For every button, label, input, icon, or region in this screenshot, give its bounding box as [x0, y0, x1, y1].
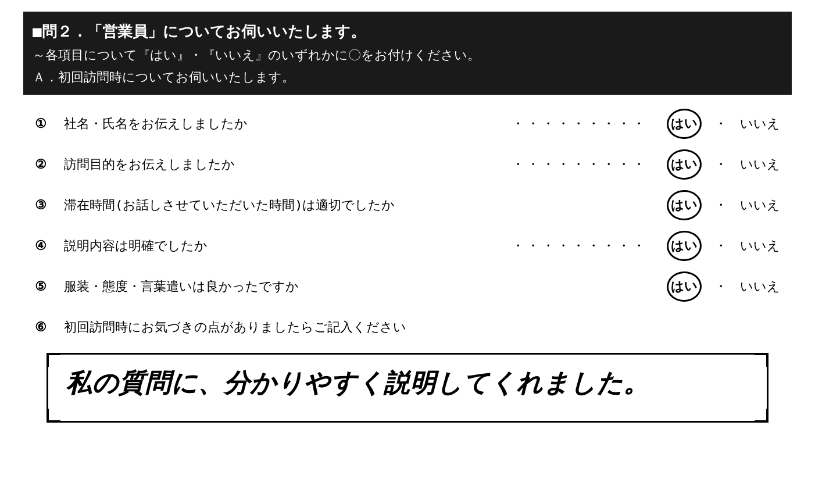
q6-number: ⑥ — [35, 320, 64, 334]
q1-hai-circle: はい — [666, 108, 703, 140]
q2-answer: はい ・ いいえ — [652, 149, 780, 180]
q5-answer: はい ・ いいえ — [652, 271, 780, 302]
q3-number: ③ — [35, 198, 64, 212]
freetext-content: 私の質問に、分かりやすく説明してくれました。 — [66, 366, 749, 401]
q1-number: ① — [35, 116, 64, 131]
page: ■問２．「営業員」についてお伺いいたします。 ～各項目について『はい』・『いいえ… — [0, 0, 815, 504]
q4-text: 説明内容は明確でしたか — [64, 237, 507, 255]
question-row-2: ② 訪問目的をお伝えしましたか ・・・・・・・・・ はい ・ いいえ — [35, 149, 780, 180]
q2-dots: ・・・・・・・・・ — [512, 156, 648, 173]
q4-iie: いいえ — [740, 237, 780, 255]
q1-bullet: ・ — [714, 115, 727, 133]
q4-hai-circle: はい — [666, 230, 703, 262]
q4-dots: ・・・・・・・・・ — [512, 237, 648, 255]
header-section: Ａ．初回訪問時についてお伺いいたします。 — [33, 66, 782, 88]
q4-answer: はい ・ いいえ — [652, 231, 780, 261]
q2-iie: いいえ — [740, 156, 780, 173]
q4-number: ④ — [35, 238, 64, 253]
q3-iie: いいえ — [740, 196, 780, 214]
q1-text: 社名・氏名をお伝えしましたか — [64, 115, 507, 133]
q3-text: 滞在時間(お話しさせていただいた時間)は適切でしたか — [64, 196, 652, 214]
header-block: ■問２．「営業員」についてお伺いいたします。 ～各項目について『はい』・『いいえ… — [23, 12, 792, 95]
q5-hai-circle: はい — [666, 270, 703, 302]
corner-tl — [47, 353, 60, 367]
q1-answer: はい ・ いいえ — [652, 109, 780, 139]
corner-tr — [755, 353, 768, 367]
q5-iie: いいえ — [740, 278, 780, 295]
q5-bullet: ・ — [714, 278, 727, 295]
freetext-box: 私の質問に、分かりやすく説明してくれました。 — [47, 353, 768, 423]
header-subtitle: ～各項目について『はい』・『いいえ』のいずれかに〇をお付けください。 — [33, 44, 782, 66]
q5-number: ⑤ — [35, 279, 64, 294]
q3-hai-circle: はい — [666, 189, 703, 221]
q1-dots: ・・・・・・・・・ — [512, 115, 648, 133]
q3-bullet: ・ — [714, 196, 727, 214]
question-row-1: ① 社名・氏名をお伝えしましたか ・・・・・・・・・ はい ・ いいえ — [35, 109, 780, 139]
header-title: ■問２．「営業員」についてお伺いいたします。 — [33, 19, 782, 44]
q2-number: ② — [35, 157, 64, 171]
question-row-5: ⑤ 服装・態度・言葉遣いは良かったですか はい ・ いいえ — [35, 271, 780, 302]
corner-bl — [47, 409, 60, 423]
question-row-3: ③ 滞在時間(お話しさせていただいた時間)は適切でしたか はい ・ いいえ — [35, 190, 780, 220]
q6-text: 初回訪問時にお気づきの点がありましたらご記入ください — [64, 319, 780, 336]
q2-bullet: ・ — [714, 156, 727, 173]
q5-text: 服装・態度・言葉遣いは良かったですか — [64, 278, 652, 295]
question-row-4: ④ 説明内容は明確でしたか ・・・・・・・・・ はい ・ いいえ — [35, 231, 780, 261]
corner-br — [755, 409, 768, 423]
questions-area: ① 社名・氏名をお伝えしましたか ・・・・・・・・・ はい ・ いいえ ② 訪問… — [23, 109, 792, 423]
question-row-6: ⑥ 初回訪問時にお気づきの点がありましたらご記入ください — [35, 312, 780, 342]
q3-answer: はい ・ いいえ — [652, 190, 780, 220]
q1-iie: いいえ — [740, 115, 780, 133]
q2-text: 訪問目的をお伝えしましたか — [64, 156, 507, 173]
q2-hai-circle: はい — [666, 148, 703, 180]
q4-bullet: ・ — [714, 237, 727, 255]
